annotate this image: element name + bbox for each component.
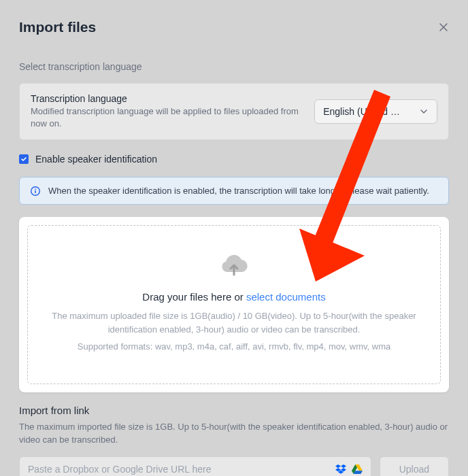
language-title: Transcription language: [31, 93, 303, 104]
language-section-label: Select transcription language: [19, 61, 449, 72]
check-icon: [20, 156, 27, 163]
import-link-input-wrap: [19, 456, 371, 476]
import-link-row: Upload: [19, 456, 449, 476]
speaker-id-row: Enable speaker identification: [19, 154, 449, 165]
dropbox-icon: [335, 464, 346, 474]
chevron-down-icon: [419, 107, 429, 116]
svg-rect-2: [35, 190, 36, 193]
speaker-info-text: When the speaker identification is enabl…: [48, 186, 429, 196]
language-description: Modified transcription language will be …: [31, 105, 303, 130]
close-button[interactable]: [438, 22, 449, 33]
dropzone-prompt-prefix: Drag your files here or: [142, 291, 246, 303]
import-link-input[interactable]: [28, 464, 335, 475]
language-panel: Transcription language Modified transcri…: [19, 83, 449, 140]
speaker-info-banner: When the speaker identification is enabl…: [19, 177, 449, 205]
dropzone-maxsize: The maximum uploaded file size is 1GB(au…: [36, 309, 432, 336]
dropzone-prompt: Drag your files here or select documents: [36, 291, 432, 303]
cloud-upload-icon: [36, 252, 432, 279]
import-link-description: The maximum imported file size is 1GB. U…: [19, 420, 449, 447]
file-dropzone[interactable]: Drag your files here or select documents…: [27, 225, 441, 384]
info-icon: [31, 186, 40, 196]
modal-title: Import files: [19, 19, 96, 35]
import-link-title: Import from link: [19, 405, 449, 416]
language-text: Transcription language Modified transcri…: [31, 93, 303, 130]
google-drive-icon: [352, 464, 363, 474]
language-selected-value: English (United …: [323, 106, 400, 117]
dropzone-formats: Supported formats: wav, mp3, m4a, caf, a…: [36, 340, 432, 354]
dropzone-highlight: Drag your files here or select documents…: [19, 217, 449, 392]
modal-header: Import files: [19, 19, 449, 35]
provider-icons: [335, 464, 363, 474]
speaker-id-label: Enable speaker identification: [35, 154, 157, 165]
language-select[interactable]: English (United …: [314, 99, 437, 124]
import-files-modal: Import files Select transcription langua…: [0, 0, 468, 476]
close-icon: [438, 22, 449, 33]
select-documents-link[interactable]: select documents: [246, 291, 326, 303]
svg-point-1: [35, 188, 36, 190]
speaker-id-checkbox[interactable]: [19, 154, 29, 164]
upload-button[interactable]: Upload: [380, 456, 449, 476]
